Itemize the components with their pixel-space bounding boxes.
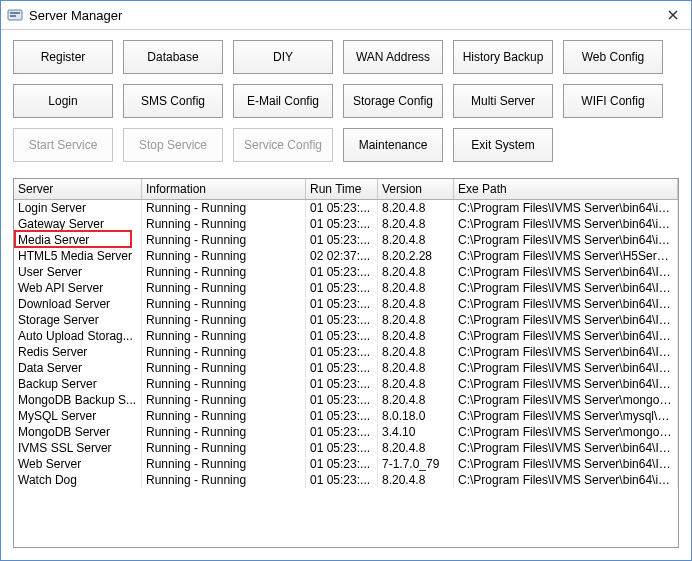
column-header[interactable]: Exe Path <box>454 179 678 199</box>
cell-runtime: 01 05:23:... <box>306 264 378 280</box>
cell-info: Running - Running <box>142 264 306 280</box>
maintenance-button[interactable]: Maintenance <box>343 128 443 162</box>
column-header[interactable]: Run Time <box>306 179 378 199</box>
storage-config-button[interactable]: Storage Config <box>343 84 443 118</box>
cell-version: 8.20.4.8 <box>378 216 454 232</box>
column-header[interactable]: Information <box>142 179 306 199</box>
toolbar-row: RegisterDatabaseDIYWAN AddressHistory Ba… <box>13 40 679 74</box>
svg-rect-1 <box>10 12 20 14</box>
cell-path: C:\Program Files\IVMS Server\H5Server\ <box>454 248 678 264</box>
cell-path: C:\Program Files\IVMS Server\bin64\IVM <box>454 440 678 456</box>
cell-info: Running - Running <box>142 424 306 440</box>
titlebar: Server Manager <box>1 1 691 30</box>
cell-runtime: 02 02:37:... <box>306 248 378 264</box>
history-backup-button[interactable]: History Backup <box>453 40 553 74</box>
window-title: Server Manager <box>29 8 661 23</box>
cell-info: Running - Running <box>142 328 306 344</box>
cell-server: Download Server <box>14 296 142 312</box>
table-row[interactable]: Data ServerRunning - Running01 05:23:...… <box>14 360 678 376</box>
close-button[interactable] <box>661 5 685 25</box>
cell-version: 8.20.4.8 <box>378 360 454 376</box>
table-row[interactable]: Auto Upload Storag...Running - Running01… <box>14 328 678 344</box>
cell-server: HTML5 Media Server <box>14 248 142 264</box>
database-button[interactable]: Database <box>123 40 223 74</box>
svg-rect-2 <box>10 15 16 17</box>
cell-version: 8.20.4.8 <box>378 280 454 296</box>
cell-version: 3.4.10 <box>378 424 454 440</box>
cell-info: Running - Running <box>142 248 306 264</box>
close-icon <box>668 10 678 20</box>
sms-config-button[interactable]: SMS Config <box>123 84 223 118</box>
window: Server Manager RegisterDatabaseDIYWAN Ad… <box>0 0 692 561</box>
column-header[interactable]: Server <box>14 179 142 199</box>
table-row[interactable]: MySQL ServerRunning - Running01 05:23:..… <box>14 408 678 424</box>
table-row[interactable]: Storage ServerRunning - Running01 05:23:… <box>14 312 678 328</box>
grid-body[interactable]: Login ServerRunning - Running01 05:23:..… <box>14 200 678 547</box>
table-row[interactable]: MongoDB ServerRunning - Running01 05:23:… <box>14 424 678 440</box>
cell-info: Running - Running <box>142 376 306 392</box>
toolbar: RegisterDatabaseDIYWAN AddressHistory Ba… <box>1 30 691 178</box>
table-row[interactable]: Backup ServerRunning - Running01 05:23:.… <box>14 376 678 392</box>
login-button[interactable]: Login <box>13 84 113 118</box>
cell-server: Data Server <box>14 360 142 376</box>
table-row[interactable]: Login ServerRunning - Running01 05:23:..… <box>14 200 678 216</box>
cell-server: MongoDB Server <box>14 424 142 440</box>
cell-runtime: 01 05:23:... <box>306 216 378 232</box>
table-row[interactable]: User ServerRunning - Running01 05:23:...… <box>14 264 678 280</box>
cell-runtime: 01 05:23:... <box>306 328 378 344</box>
cell-version: 7-1.7.0_79 <box>378 456 454 472</box>
cell-path: C:\Program Files\IVMS Server\bin64\IVM <box>454 328 678 344</box>
table-row[interactable]: Redis ServerRunning - Running01 05:23:..… <box>14 344 678 360</box>
diy-button[interactable]: DIY <box>233 40 333 74</box>
cell-info: Running - Running <box>142 360 306 376</box>
table-row[interactable]: Gateway ServerRunning - Running01 05:23:… <box>14 216 678 232</box>
cell-version: 8.20.4.8 <box>378 328 454 344</box>
wifi-config-button[interactable]: WIFI Config <box>563 84 663 118</box>
cell-runtime: 01 05:23:... <box>306 344 378 360</box>
cell-server: Watch Dog <box>14 472 142 488</box>
cell-runtime: 01 05:23:... <box>306 360 378 376</box>
table-row[interactable]: Web API ServerRunning - Running01 05:23:… <box>14 280 678 296</box>
cell-runtime: 01 05:23:... <box>306 296 378 312</box>
start-service-button: Start Service <box>13 128 113 162</box>
table-row[interactable]: HTML5 Media ServerRunning - Running02 02… <box>14 248 678 264</box>
table-row[interactable]: Web ServerRunning - Running01 05:23:...7… <box>14 456 678 472</box>
table-row[interactable]: Download ServerRunning - Running01 05:23… <box>14 296 678 312</box>
cell-runtime: 01 05:23:... <box>306 376 378 392</box>
cell-path: C:\Program Files\IVMS Server\bin64\IVM <box>454 344 678 360</box>
toolbar-row: LoginSMS ConfigE-Mail ConfigStorage Conf… <box>13 84 679 118</box>
wan-address-button[interactable]: WAN Address <box>343 40 443 74</box>
cell-server: Auto Upload Storag... <box>14 328 142 344</box>
cell-version: 8.20.4.8 <box>378 264 454 280</box>
web-config-button[interactable]: Web Config <box>563 40 663 74</box>
grid-header: ServerInformationRun TimeVersionExe Path <box>14 179 678 200</box>
cell-server: IVMS SSL Server <box>14 440 142 456</box>
cell-version: 8.20.4.8 <box>378 344 454 360</box>
email-config-button[interactable]: E-Mail Config <box>233 84 333 118</box>
cell-info: Running - Running <box>142 312 306 328</box>
cell-server: Login Server <box>14 200 142 216</box>
exit-system-button[interactable]: Exit System <box>453 128 553 162</box>
cell-runtime: 01 05:23:... <box>306 200 378 216</box>
cell-runtime: 01 05:23:... <box>306 424 378 440</box>
table-row[interactable]: IVMS SSL ServerRunning - Running01 05:23… <box>14 440 678 456</box>
cell-info: Running - Running <box>142 408 306 424</box>
multi-server-button[interactable]: Multi Server <box>453 84 553 118</box>
cell-path: C:\Program Files\IVMS Server\bin64\IVM <box>454 360 678 376</box>
app-icon <box>7 7 23 23</box>
cell-runtime: 01 05:23:... <box>306 408 378 424</box>
column-header[interactable]: Version <box>378 179 454 199</box>
cell-path: C:\Program Files\IVMS Server\mysql\bin\ <box>454 408 678 424</box>
table-row[interactable]: Media ServerRunning - Running01 05:23:..… <box>14 232 678 248</box>
cell-path: C:\Program Files\IVMS Server\bin64\IVM <box>454 376 678 392</box>
register-button[interactable]: Register <box>13 40 113 74</box>
cell-info: Running - Running <box>142 392 306 408</box>
cell-version: 8.20.4.8 <box>378 312 454 328</box>
cell-server: Web Server <box>14 456 142 472</box>
cell-path: C:\Program Files\IVMS Server\bin64\IVM <box>454 264 678 280</box>
cell-path: C:\Program Files\IVMS Server\bin64\ivm <box>454 216 678 232</box>
table-row[interactable]: MongoDB Backup S...Running - Running01 0… <box>14 392 678 408</box>
table-row[interactable]: Watch DogRunning - Running01 05:23:...8.… <box>14 472 678 488</box>
cell-path: C:\Program Files\IVMS Server\bin64\IVM <box>454 296 678 312</box>
cell-runtime: 01 05:23:... <box>306 280 378 296</box>
